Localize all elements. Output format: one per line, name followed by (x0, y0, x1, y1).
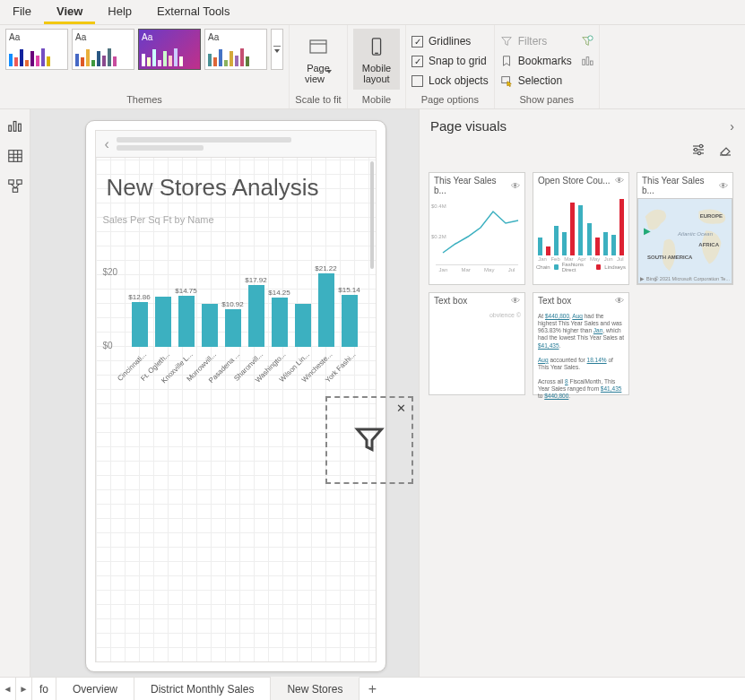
bar-chart-visual[interactable]: Sales Per Sq Ft by Name $0 $20 $12.86$14… (96, 207, 376, 385)
svg-rect-18 (16, 180, 21, 185)
ribbon-group-panes-label: Show panes (500, 92, 593, 107)
tab-overview[interactable]: Overview (56, 678, 134, 700)
visual-card-textbox-2[interactable]: Text box👁 At $440,800, Aug had the highe… (533, 292, 629, 395)
theme-swatch-4[interactable]: Aa (204, 29, 267, 70)
tab-district-monthly[interactable]: District Monthly Sales (134, 678, 271, 700)
panel-collapse-icon[interactable]: › (730, 119, 734, 134)
menu-help[interactable]: Help (95, 0, 144, 24)
tab-add[interactable]: + (360, 678, 385, 700)
performance-analyzer-toggle[interactable] (581, 52, 593, 70)
panel-title: Page visuals (430, 118, 507, 134)
sliders-icon[interactable] (691, 143, 706, 160)
svg-line-21 (15, 184, 20, 188)
slicer-drop-zone[interactable]: ✕ (325, 396, 413, 484)
visibility-icon[interactable]: 👁 (511, 181, 520, 191)
svg-rect-7 (586, 57, 589, 65)
view-rail (0, 109, 30, 677)
funnel-icon (353, 424, 385, 456)
svg-point-25 (699, 144, 702, 147)
page-visuals-panel: Page visuals › This Year Sales b...👁 $0.… (419, 109, 745, 677)
theme-swatch-1[interactable]: Aa (5, 29, 68, 70)
svg-point-26 (694, 148, 697, 151)
menu-file[interactable]: File (0, 0, 44, 24)
mobile-layout-button[interactable]: Mobile layout (353, 29, 400, 90)
visibility-icon[interactable]: 👁 (615, 176, 624, 186)
visual-card-sales-line[interactable]: This Year Sales b...👁 $0.4M $0.2M JanMar… (429, 172, 525, 285)
tab-new-stores[interactable]: New Stores (271, 677, 360, 700)
svg-rect-17 (8, 180, 13, 185)
tab-prev[interactable]: ◄ (0, 678, 16, 700)
visibility-icon[interactable]: 👁 (615, 296, 624, 306)
ribbon-view: Aa Aa Aa Aa Themes Page view Scale to fi… (0, 25, 745, 109)
menu-view[interactable]: View (44, 0, 95, 24)
svg-rect-0 (310, 40, 326, 53)
svg-rect-12 (8, 151, 21, 162)
filters-pane-toggle[interactable]: Filters (500, 32, 572, 50)
workspace: ‹ New Stores Analysis Sales Per Sq Ft by… (0, 109, 745, 677)
svg-rect-2 (372, 39, 380, 55)
gridlines-checkbox[interactable]: ✓Gridlines (411, 32, 471, 50)
phone-header: ‹ (96, 131, 376, 158)
svg-rect-8 (590, 61, 593, 65)
ribbon-group-mobile-label: Mobile (353, 92, 400, 107)
visual-card-textbox-1[interactable]: Text box👁 obvience © (429, 292, 525, 395)
ribbon-group-scale-label: Scale to fit (295, 92, 342, 107)
close-icon[interactable]: ✕ (396, 402, 406, 415)
chart-subtitle: Sales Per Sq Ft by Name (103, 214, 368, 225)
eraser-icon[interactable] (718, 143, 732, 160)
themes-dropdown[interactable] (271, 29, 283, 70)
mobile-frame: ‹ New Stores Analysis Sales Per Sq Ft by… (85, 120, 386, 672)
ribbon-group-pageopts-label: Page options (411, 92, 489, 107)
mobile-icon (366, 34, 387, 59)
page-view-button[interactable]: Page view (295, 29, 342, 90)
svg-line-20 (11, 184, 15, 188)
page-tabs: ◄ ► fo Overview District Monthly Sales N… (0, 677, 745, 700)
report-view-icon[interactable] (6, 117, 24, 134)
ribbon-group-themes-label: Themes (5, 92, 283, 107)
svg-rect-9 (8, 125, 11, 131)
back-icon: ‹ (105, 136, 109, 152)
visibility-icon[interactable]: 👁 (719, 181, 728, 191)
selection-pane-toggle[interactable]: Selection (500, 72, 572, 90)
model-view-icon[interactable] (6, 177, 24, 195)
ytick-20: $20 (103, 267, 118, 277)
ytick-0: $0 (103, 341, 113, 350)
svg-rect-11 (18, 124, 21, 131)
page-view-icon (308, 34, 329, 59)
svg-rect-10 (13, 122, 16, 132)
tab-fo[interactable]: fo (32, 678, 56, 700)
phone-scrollbar[interactable] (370, 161, 374, 269)
theme-swatch-3[interactable]: Aa (138, 29, 201, 70)
visibility-icon[interactable]: 👁 (511, 296, 520, 306)
sync-slicers-toggle[interactable] (581, 32, 593, 50)
report-title: New Stores Analysis (96, 158, 376, 207)
lock-objects-checkbox[interactable]: Lock objects (411, 72, 489, 90)
theme-swatch-2[interactable]: Aa (72, 29, 134, 70)
menu-external-tools[interactable]: External Tools (144, 0, 242, 24)
svg-rect-19 (13, 188, 17, 193)
svg-rect-6 (582, 59, 585, 65)
canvas[interactable]: ‹ New Stores Analysis Sales Per Sq Ft by… (30, 109, 419, 677)
visual-card-sales-map[interactable]: This Year Sales b...👁 ▶ EUROPE AFRICA SO… (637, 172, 733, 285)
menu-bar: File View Help External Tools (0, 0, 745, 25)
visual-card-store-count[interactable]: Open Store Cou...👁 JanFebMarAprMayJunJul… (533, 172, 629, 285)
svg-point-27 (697, 151, 700, 154)
bookmarks-pane-toggle[interactable]: Bookmarks (500, 52, 572, 70)
data-view-icon[interactable] (6, 147, 24, 165)
svg-point-5 (588, 36, 593, 40)
tab-next[interactable]: ► (16, 678, 32, 700)
snap-to-grid-checkbox[interactable]: ✓Snap to grid (411, 52, 487, 70)
